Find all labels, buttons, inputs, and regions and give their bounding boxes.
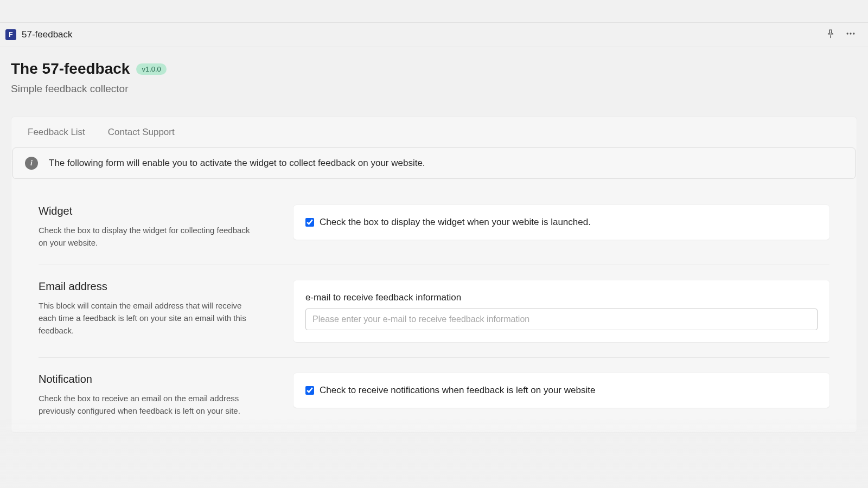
widget-checkbox-label: Check the box to display the widget when…: [320, 217, 591, 228]
section-title-widget: Widget: [39, 205, 261, 217]
tabs: Feedback List Contact Support: [11, 117, 857, 147]
page-subtitle: Simple feedback collector: [11, 83, 857, 95]
widget-checkbox[interactable]: [305, 218, 314, 227]
top-spacer: [0, 0, 868, 23]
section-right: Check the box to display the widget when…: [293, 205, 829, 249]
section-widget: Widget Check the box to display the widg…: [39, 190, 829, 265]
section-title-email: Email address: [39, 280, 261, 293]
section-desc-notification: Check the box to receive an email on the…: [39, 392, 261, 418]
notification-checkbox[interactable]: [305, 386, 314, 395]
page-title-row: The 57-feedback v1.0.0: [11, 60, 857, 78]
sections: Widget Check the box to display the widg…: [11, 179, 857, 432]
breadcrumb-actions: [826, 28, 863, 41]
widget-checkbox-row[interactable]: Check the box to display the widget when…: [305, 217, 818, 228]
breadcrumb-bar: F 57-feedback: [0, 23, 868, 47]
svg-point-0: [847, 33, 848, 34]
section-email: Email address This block will contain th…: [39, 265, 829, 357]
section-left: Notification Check the box to receive an…: [39, 373, 261, 418]
section-desc-widget: Check the box to display the widget for …: [39, 224, 261, 249]
more-horizontal-icon[interactable]: [845, 28, 856, 41]
settings-panel: Feedback List Contact Support i The foll…: [11, 117, 857, 433]
section-title-notification: Notification: [39, 373, 261, 386]
section-right: e-mail to receive feedback information: [293, 280, 829, 342]
notification-checkbox-label: Check to receive notifications when feed…: [320, 385, 595, 396]
info-icon: i: [25, 157, 38, 170]
card-notification: Check to receive notifications when feed…: [293, 373, 829, 408]
section-right: Check to receive notifications when feed…: [293, 373, 829, 418]
notification-checkbox-row[interactable]: Check to receive notifications when feed…: [305, 385, 818, 396]
section-left: Email address This block will contain th…: [39, 280, 261, 342]
tab-feedback-list[interactable]: Feedback List: [28, 127, 85, 138]
card-email: e-mail to receive feedback information: [293, 280, 829, 342]
version-badge: v1.0.0: [136, 63, 166, 75]
tab-contact-support[interactable]: Contact Support: [108, 127, 175, 138]
section-left: Widget Check the box to display the widg…: [39, 205, 261, 249]
section-notification: Notification Check the box to receive an…: [39, 357, 829, 433]
content-area: The 57-feedback v1.0.0 Simple feedback c…: [0, 47, 868, 433]
pin-icon[interactable]: [826, 29, 835, 41]
app-badge-icon: F: [5, 29, 16, 40]
email-input[interactable]: [305, 309, 818, 330]
info-banner: i The following form will enable you to …: [12, 147, 856, 179]
breadcrumb-left: F 57-feedback: [5, 29, 73, 40]
email-field-label: e-mail to receive feedback information: [305, 292, 818, 303]
info-banner-text: The following form will enable you to ac…: [49, 158, 425, 169]
section-desc-email: This block will contain the email addres…: [39, 299, 261, 337]
svg-point-1: [850, 33, 851, 34]
breadcrumb-title[interactable]: 57-feedback: [22, 29, 73, 40]
card-widget: Check the box to display the widget when…: [293, 205, 829, 240]
svg-point-2: [853, 33, 854, 34]
page-title: The 57-feedback: [11, 60, 130, 78]
